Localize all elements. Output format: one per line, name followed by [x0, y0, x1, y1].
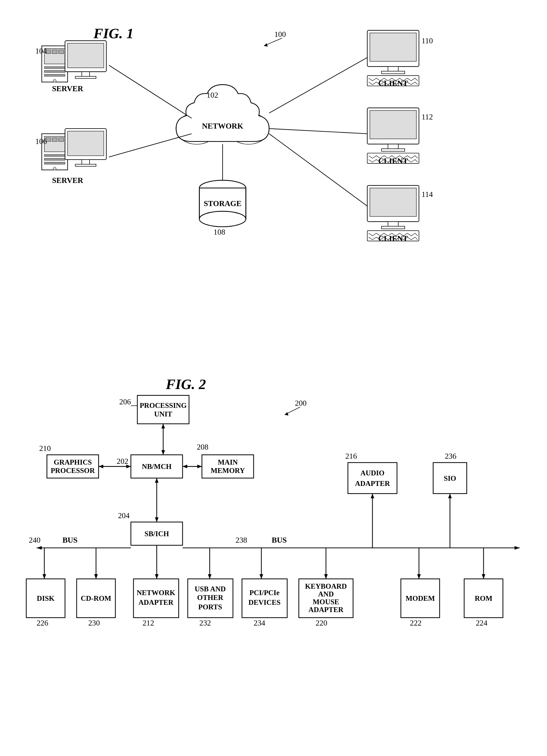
ref-114: 114 — [421, 190, 433, 199]
svg-marker-88 — [37, 546, 42, 550]
svg-rect-46 — [382, 71, 405, 74]
bus1-label: BUS — [62, 536, 77, 544]
pci-devices-label: PCI/PCIe — [249, 589, 279, 597]
client2 — [367, 108, 419, 164]
bus2-label: BUS — [272, 536, 287, 544]
svg-text:OTHER: OTHER — [197, 594, 224, 602]
svg-marker-95 — [94, 574, 98, 579]
ref-206: 206 — [119, 397, 131, 406]
svg-rect-66 — [138, 395, 189, 424]
svg-rect-16 — [59, 50, 64, 54]
sb-ich-label: SB/ICH — [145, 530, 169, 538]
svg-marker-72 — [161, 450, 165, 455]
ref-220: 220 — [316, 619, 327, 627]
ref-200: 200 — [295, 399, 306, 407]
client3-label: CLIENT — [378, 234, 408, 243]
ref-222: 222 — [410, 619, 421, 627]
svg-marker-77 — [198, 465, 202, 468]
svg-marker-1 — [264, 43, 268, 47]
svg-text:ADAPTER: ADAPTER — [308, 606, 343, 614]
svg-rect-56 — [382, 226, 405, 229]
svg-rect-17 — [44, 66, 65, 69]
svg-text:MEMORY: MEMORY — [211, 467, 245, 475]
ref-240: 240 — [29, 536, 40, 544]
svg-rect-44 — [370, 33, 416, 61]
svg-line-62 — [269, 129, 367, 134]
network-adapter-label: NETWORK — [137, 589, 175, 597]
svg-rect-32 — [44, 162, 65, 164]
fig1-title: FIG. 1 — [93, 25, 133, 41]
fig2-container: FIG. 2 200 PROCESSING UNIT 206 NB/MCH 20… — [11, 366, 536, 748]
svg-line-59 — [109, 134, 192, 157]
fig2-title: FIG. 2 — [165, 376, 206, 392]
ref-236: 236 — [445, 452, 456, 460]
processing-unit-label: PROCESSING — [140, 401, 187, 409]
ref-204: 204 — [118, 511, 130, 520]
svg-marker-81 — [99, 465, 103, 468]
cd-rom-label: CD-ROM — [81, 594, 111, 602]
svg-marker-97 — [155, 574, 158, 579]
svg-rect-15 — [52, 50, 57, 54]
svg-marker-71 — [161, 424, 165, 428]
svg-text:UNIT: UNIT — [154, 410, 172, 418]
svg-rect-18 — [44, 70, 65, 73]
svg-marker-65 — [284, 412, 288, 415]
network-cloud: NETWORK — [176, 85, 269, 144]
svg-text:DEVICES: DEVICES — [249, 598, 280, 606]
svg-rect-19 — [44, 74, 65, 76]
usb-ports-label: USB AND — [195, 585, 226, 593]
svg-rect-35 — [68, 131, 104, 156]
ref-110: 110 — [421, 36, 433, 45]
graphics-processor-label: GRAPHICS — [54, 458, 92, 466]
svg-rect-29 — [59, 137, 64, 141]
svg-rect-23 — [82, 72, 90, 77]
ref-224: 224 — [476, 619, 487, 627]
fig1-svg: FIG. 1 100 NETWO — [11, 11, 536, 350]
audio-adapter-label: AUDIO — [360, 469, 384, 477]
svg-rect-28 — [52, 137, 57, 141]
storage-label: STORAGE — [204, 199, 242, 208]
ref-100: 100 — [274, 30, 286, 38]
client2-label: CLIENT — [378, 157, 408, 165]
svg-marker-105 — [417, 574, 421, 579]
fig2-svg: FIG. 2 200 PROCESSING UNIT 206 NB/MCH 20… — [11, 366, 536, 748]
svg-point-33 — [53, 167, 57, 170]
ref-102: 102 — [207, 91, 218, 99]
svg-rect-45 — [388, 66, 398, 72]
svg-marker-101 — [260, 574, 263, 579]
ref-104: 104 — [35, 47, 47, 55]
storage: STORAGE — [199, 180, 246, 227]
main-memory-label: MAIN — [218, 458, 238, 466]
svg-line-61 — [269, 58, 367, 113]
svg-text:AND: AND — [318, 590, 334, 598]
ref-210: 210 — [39, 444, 51, 453]
svg-marker-90 — [514, 546, 520, 550]
svg-text:ADAPTER: ADAPTER — [355, 479, 390, 487]
svg-marker-86 — [155, 517, 158, 522]
server2-label: SERVER — [52, 176, 83, 185]
svg-rect-54 — [370, 188, 416, 217]
keyboard-mouse-label: KEYBOARD — [305, 582, 347, 590]
ref-226: 226 — [37, 619, 48, 627]
svg-line-58 — [109, 65, 192, 118]
svg-marker-85 — [155, 478, 158, 483]
client1-label: CLIENT — [378, 79, 408, 87]
ref-108: 108 — [214, 228, 225, 236]
svg-marker-109 — [370, 494, 374, 498]
svg-marker-111 — [448, 494, 451, 498]
ref-112: 112 — [421, 112, 433, 121]
svg-marker-82 — [126, 465, 131, 468]
client1 — [367, 30, 419, 86]
sio-label: SIO — [444, 474, 456, 482]
svg-rect-30 — [44, 154, 65, 157]
svg-marker-93 — [43, 574, 46, 579]
svg-text:ADAPTER: ADAPTER — [139, 598, 174, 606]
svg-rect-24 — [75, 76, 96, 79]
svg-marker-76 — [183, 465, 187, 468]
server1 — [42, 41, 106, 82]
server1-label: SERVER — [52, 84, 83, 93]
svg-rect-31 — [44, 158, 65, 160]
svg-rect-22 — [68, 43, 104, 68]
nb-mch-label: NB/MCH — [142, 462, 172, 471]
svg-rect-37 — [75, 164, 96, 166]
